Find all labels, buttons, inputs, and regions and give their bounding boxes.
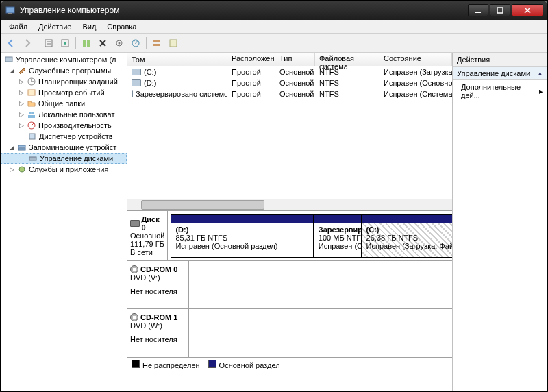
- expand-icon[interactable]: ▷: [18, 100, 25, 107]
- menu-help[interactable]: Справка: [101, 21, 142, 32]
- legend-label: Не распределен: [142, 361, 200, 369]
- menu-action[interactable]: Действие: [33, 21, 77, 32]
- part-size: 26,38 ГБ NTFS: [366, 234, 451, 242]
- disk-info[interactable]: Диск 0 Основной 111,79 ГБ В сети: [127, 211, 168, 260]
- expand-icon[interactable]: ▷: [18, 78, 25, 85]
- svg-rect-33: [18, 145, 25, 147]
- actions-more[interactable]: Дополнительные дей... ▸: [453, 80, 547, 102]
- disk-type: Основной: [130, 232, 164, 240]
- svg-rect-6: [45, 40, 52, 47]
- actions-section[interactable]: Управление дисками ▲: [453, 67, 547, 80]
- tree-item-devices[interactable]: Диспетчер устройств: [1, 131, 127, 142]
- part-size: 100 МБ NTFS: [319, 234, 357, 242]
- cell: Исправен (Основной ра:: [379, 79, 452, 87]
- cd-icon: [130, 313, 138, 321]
- volume-row[interactable]: (D:) Простой Основной NTFS Исправен (Осн…: [127, 77, 452, 88]
- cell: NTFS: [315, 90, 379, 98]
- svg-point-36: [19, 167, 25, 172]
- partition-bar: [362, 215, 452, 223]
- tool-help-icon[interactable]: ?: [128, 36, 143, 51]
- tree-group-tools[interactable]: ◢Служебные программы: [1, 65, 127, 76]
- partition-c[interactable]: (C:)26,38 ГБ NTFSИсправен (Загрузка, Фай…: [362, 214, 452, 258]
- tree-pane[interactable]: Управление компьютером (л ◢Служебные про…: [1, 53, 127, 391]
- svg-rect-0: [6, 7, 14, 13]
- disk-info[interactable]: CD-ROM 0 DVD (V:) Нет носителя: [127, 261, 189, 308]
- disk-info[interactable]: CD-ROM 1 DVD (W:) Нет носителя: [127, 309, 189, 357]
- tree-item-scheduler[interactable]: ▷Планировщик заданий: [1, 76, 127, 87]
- disk-name: CD-ROM 0: [140, 265, 177, 273]
- computer-icon: [3, 54, 14, 65]
- tree-root-label: Управление компьютером (л: [16, 56, 116, 64]
- part-name: (D:): [175, 225, 308, 234]
- disk-status: Нет носителя: [130, 335, 186, 343]
- collapse-icon[interactable]: ◢: [9, 67, 15, 74]
- partition-d[interactable]: (D:)85,31 ГБ NTFSИсправен (Основной разд…: [171, 214, 313, 258]
- tree-label: Службы и приложения: [29, 165, 108, 173]
- scrollbar-thumb[interactable]: [141, 200, 264, 210]
- h-scrollbar[interactable]: [127, 199, 452, 210]
- tree-item-users[interactable]: ▷Локальные пользоват: [1, 109, 127, 120]
- titlebar[interactable]: Управление компьютером: [1, 1, 547, 20]
- tree-root[interactable]: Управление компьютером (л: [1, 54, 127, 65]
- cell: NTFS: [315, 79, 379, 87]
- maximize-button[interactable]: [490, 4, 510, 16]
- tree-label: Просмотр событий: [38, 88, 105, 97]
- expand-icon[interactable]: ▷: [18, 89, 25, 96]
- menu-view[interactable]: Вид: [77, 21, 101, 32]
- tree-label: Диспетчер устройств: [39, 132, 113, 140]
- cd-icon: [130, 265, 138, 273]
- menu-file[interactable]: Файл: [3, 21, 33, 32]
- volume-list[interactable]: Том Расположение Тип Файловая система Со…: [127, 53, 452, 210]
- partition-reserved[interactable]: Зарезервир100 МБ NTFSИсправен (С: [314, 214, 362, 258]
- svg-point-28: [32, 112, 34, 114]
- tool-properties-icon[interactable]: [41, 36, 56, 51]
- partition-bar: [314, 215, 361, 223]
- perf-icon: [26, 120, 37, 131]
- col-header-fs[interactable]: Файловая система: [315, 53, 379, 66]
- expand-icon[interactable]: ▷: [18, 111, 25, 118]
- tool-delete-icon[interactable]: [95, 36, 110, 51]
- tree-item-disk-mgmt[interactable]: Управление дисками: [1, 153, 127, 164]
- forward-button[interactable]: [20, 36, 35, 51]
- svg-rect-32: [29, 134, 35, 139]
- window-title: Управление компьютером: [20, 5, 468, 15]
- tree-group-services[interactable]: ▷Службы и приложения: [1, 164, 127, 175]
- app-icon: [5, 5, 16, 16]
- col-header-type[interactable]: Тип: [275, 53, 315, 66]
- volume-row[interactable]: (C:) Простой Основной NTFS Исправен (Заг…: [127, 66, 452, 77]
- tool-extra1-icon[interactable]: [149, 36, 164, 51]
- svg-line-31: [32, 123, 34, 125]
- tool-extra2-icon[interactable]: [166, 36, 181, 51]
- col-header-volume[interactable]: Том: [127, 53, 227, 66]
- tree-group-storage[interactable]: ◢Запоминающие устройст: [1, 142, 127, 153]
- disk-graphic-pane[interactable]: Диск 0 Основной 111,79 ГБ В сети (D:)85,…: [127, 210, 452, 391]
- tree-item-perf[interactable]: ▷Производительность: [1, 120, 127, 131]
- col-header-status[interactable]: Состояние: [379, 53, 452, 66]
- back-button[interactable]: [3, 36, 18, 51]
- collapse-icon[interactable]: ▲: [537, 70, 543, 77]
- tool-refresh-icon[interactable]: [58, 36, 73, 51]
- users-icon: [26, 109, 37, 120]
- svg-point-16: [119, 42, 121, 44]
- close-button[interactable]: [512, 4, 543, 16]
- svg-rect-34: [18, 148, 25, 150]
- col-header-layout[interactable]: Расположение: [227, 53, 275, 66]
- disk-mgmt-icon: [27, 153, 38, 164]
- toolbar: ?: [1, 34, 547, 53]
- disk-row[interactable]: CD-ROM 1 DVD (W:) Нет носителя: [127, 309, 452, 357]
- expand-icon[interactable]: ▷: [18, 122, 25, 129]
- disk-row[interactable]: Диск 0 Основной 111,79 ГБ В сети (D:)85,…: [127, 211, 452, 261]
- volume-row[interactable]: Зарезервировано системой Простой Основно…: [127, 88, 452, 99]
- collapse-icon[interactable]: ◢: [9, 144, 15, 151]
- svg-rect-35: [29, 157, 36, 160]
- disk-row[interactable]: CD-ROM 0 DVD (V:) Нет носителя: [127, 261, 452, 309]
- legend-swatch-primary: [208, 360, 216, 368]
- tree-item-shared[interactable]: ▷Общие папки: [1, 98, 127, 109]
- tool-settings-icon[interactable]: [112, 36, 127, 51]
- expand-icon[interactable]: ▷: [9, 166, 15, 173]
- tool-view-icon[interactable]: [79, 36, 94, 51]
- device-icon: [27, 131, 38, 142]
- tree-item-events[interactable]: ▷Просмотр событий: [1, 87, 127, 98]
- minimize-button[interactable]: [468, 4, 488, 16]
- tree-label: Общие папки: [38, 99, 85, 108]
